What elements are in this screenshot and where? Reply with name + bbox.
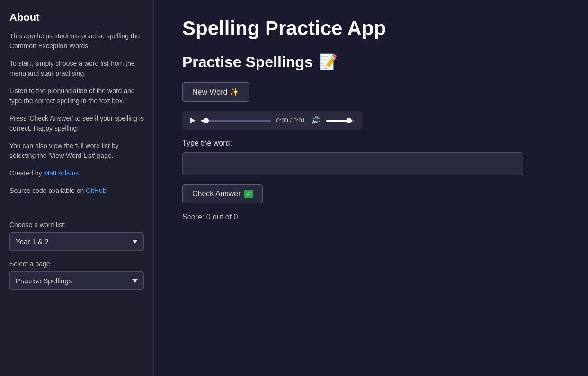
check-answer-label: Check Answer	[192, 190, 241, 198]
about-paragraph-1: This app helps students practise spellin…	[9, 31, 144, 51]
time-display: 0:00 / 0:01	[276, 117, 305, 124]
sidebar: About This app helps students practise s…	[0, 0, 154, 376]
audio-player: 0:00 / 0:01 🔊	[182, 111, 362, 130]
volume-track[interactable]	[326, 120, 355, 122]
about-title: About	[9, 11, 144, 24]
about-paragraph-2: To start, simply choose a word list from…	[9, 59, 144, 79]
about-paragraph-5: You can also view the full word list by …	[9, 141, 144, 161]
check-answer-icon	[244, 190, 253, 198]
created-by-text: Created by Matt Adams	[9, 168, 144, 178]
page-label: Select a page:	[9, 260, 144, 268]
word-list-select[interactable]: Year 1 & 2 Year 3 & 4 Year 5 & 6	[9, 232, 144, 251]
play-button[interactable]	[190, 117, 196, 124]
new-word-button[interactable]: New Word ✨	[182, 82, 249, 102]
check-answer-button[interactable]: Check Answer	[182, 184, 263, 203]
section-title-icon: 📝	[319, 53, 338, 71]
about-paragraph-3: Listen to the pronunciation of the word …	[9, 86, 144, 106]
volume-fill	[326, 120, 349, 122]
sidebar-divider	[9, 211, 144, 211]
type-word-label: Type the word:	[182, 139, 560, 148]
app-title: Spelling Practice App	[182, 17, 560, 40]
source-code-text: Source code available on GitHub	[9, 186, 144, 196]
author-link[interactable]: Matt Adams	[44, 169, 79, 177]
volume-icon[interactable]: 🔊	[311, 116, 321, 125]
word-list-label: Choose a word list:	[9, 221, 144, 228]
main-content: Spelling Practice App Practise Spellings…	[154, 0, 588, 376]
word-input[interactable]	[182, 152, 523, 175]
section-title: Practise Spellings 📝	[182, 53, 560, 71]
progress-thumb	[203, 118, 209, 123]
created-by-prefix: Created by	[9, 169, 44, 177]
score-text: Score: 0 out of 0	[182, 213, 560, 221]
source-code-prefix: Source code available on	[9, 187, 86, 194]
volume-thumb	[346, 118, 352, 123]
github-link[interactable]: GitHub	[86, 187, 107, 194]
play-icon	[190, 117, 196, 124]
page-select[interactable]: Practise Spellings View Word List	[9, 271, 144, 290]
section-title-text: Practise Spellings	[182, 53, 313, 71]
about-paragraph-4: Press 'Check Answer' to see if your spel…	[9, 114, 144, 133]
progress-track[interactable]	[201, 120, 271, 122]
